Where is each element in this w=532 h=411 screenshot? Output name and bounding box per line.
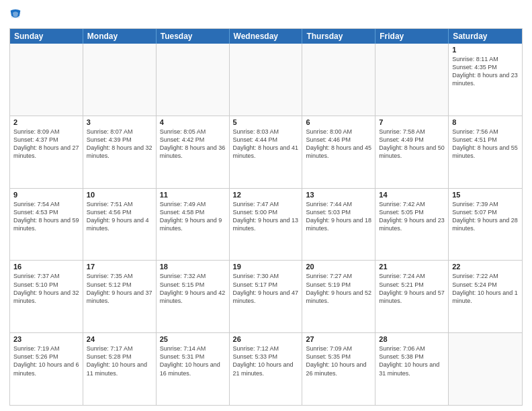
day-number: 15 (452, 191, 519, 199)
header (9, 8, 523, 23)
day-number: 26 (233, 335, 299, 343)
day-number: 11 (160, 191, 226, 199)
day-number: 5 (233, 118, 299, 126)
calendar-cell (375, 44, 449, 116)
calendar-cell (10, 44, 83, 116)
calendar-cell: 7Sunrise: 7:58 AM Sunset: 4:49 PM Daylig… (375, 116, 449, 188)
calendar-cell: 6Sunrise: 8:00 AM Sunset: 4:46 PM Daylig… (302, 116, 375, 188)
weekday-header-friday: Friday (375, 29, 449, 44)
day-info: Sunrise: 8:09 AM Sunset: 4:37 PM Dayligh… (13, 128, 79, 161)
calendar-cell (157, 44, 230, 116)
calendar-cell: 15Sunrise: 7:39 AM Sunset: 5:07 PM Dayli… (449, 189, 522, 261)
day-number: 9 (13, 191, 79, 199)
day-info: Sunrise: 8:03 AM Sunset: 4:44 PM Dayligh… (233, 128, 299, 161)
calendar-cell: 9Sunrise: 7:54 AM Sunset: 4:53 PM Daylig… (10, 189, 83, 261)
calendar-cell: 4Sunrise: 8:05 AM Sunset: 4:42 PM Daylig… (157, 116, 230, 188)
calendar-cell: 24Sunrise: 7:17 AM Sunset: 5:28 PM Dayli… (83, 333, 157, 405)
day-info: Sunrise: 7:51 AM Sunset: 4:56 PM Dayligh… (87, 200, 152, 233)
day-info: Sunrise: 7:39 AM Sunset: 5:07 PM Dayligh… (452, 200, 519, 233)
day-number: 28 (379, 335, 445, 343)
calendar-cell: 25Sunrise: 7:14 AM Sunset: 5:31 PM Dayli… (157, 333, 230, 405)
day-info: Sunrise: 7:09 AM Sunset: 5:35 PM Dayligh… (306, 345, 371, 377)
day-number: 3 (87, 118, 152, 126)
calendar-cell: 19Sunrise: 7:30 AM Sunset: 5:17 PM Dayli… (230, 261, 303, 332)
calendar-cell: 28Sunrise: 7:06 AM Sunset: 5:38 PM Dayli… (375, 333, 449, 405)
day-number: 4 (160, 118, 226, 126)
day-number: 16 (13, 263, 79, 271)
day-info: Sunrise: 7:35 AM Sunset: 5:12 PM Dayligh… (87, 272, 152, 305)
day-number: 10 (87, 191, 152, 199)
calendar-row-0: 1Sunrise: 8:11 AM Sunset: 4:35 PM Daylig… (10, 44, 522, 116)
calendar-cell: 12Sunrise: 7:47 AM Sunset: 5:00 PM Dayli… (230, 189, 303, 261)
calendar-cell: 18Sunrise: 7:32 AM Sunset: 5:15 PM Dayli… (157, 261, 230, 332)
calendar-cell: 3Sunrise: 8:07 AM Sunset: 4:39 PM Daylig… (83, 116, 157, 188)
day-number: 25 (160, 335, 226, 343)
calendar-cell: 16Sunrise: 7:37 AM Sunset: 5:10 PM Dayli… (10, 261, 83, 332)
day-number: 24 (87, 335, 152, 343)
day-info: Sunrise: 7:58 AM Sunset: 4:49 PM Dayligh… (379, 128, 445, 161)
calendar-cell: 5Sunrise: 8:03 AM Sunset: 4:44 PM Daylig… (230, 116, 303, 188)
weekday-header-thursday: Thursday (302, 29, 375, 44)
calendar-cell: 11Sunrise: 7:49 AM Sunset: 4:58 PM Dayli… (157, 189, 230, 261)
day-info: Sunrise: 8:07 AM Sunset: 4:39 PM Dayligh… (87, 128, 152, 161)
day-info: Sunrise: 7:47 AM Sunset: 5:00 PM Dayligh… (233, 200, 299, 233)
day-info: Sunrise: 7:27 AM Sunset: 5:19 PM Dayligh… (306, 272, 371, 305)
calendar-header: SundayMondayTuesdayWednesdayThursdayFrid… (10, 29, 522, 44)
logo-icon (9, 8, 21, 23)
day-number: 23 (13, 335, 79, 343)
day-info: Sunrise: 7:42 AM Sunset: 5:05 PM Dayligh… (379, 200, 445, 233)
day-info: Sunrise: 7:49 AM Sunset: 4:58 PM Dayligh… (160, 200, 226, 233)
day-number: 6 (306, 118, 371, 126)
day-info: Sunrise: 7:37 AM Sunset: 5:10 PM Dayligh… (13, 272, 79, 305)
day-info: Sunrise: 7:54 AM Sunset: 4:53 PM Dayligh… (13, 200, 79, 233)
weekday-header-monday: Monday (83, 29, 157, 44)
weekday-header-tuesday: Tuesday (157, 29, 230, 44)
calendar-cell: 20Sunrise: 7:27 AM Sunset: 5:19 PM Dayli… (302, 261, 375, 332)
logo (9, 8, 23, 23)
calendar-cell: 26Sunrise: 7:12 AM Sunset: 5:33 PM Dayli… (230, 333, 303, 405)
day-info: Sunrise: 7:32 AM Sunset: 5:15 PM Dayligh… (160, 272, 226, 305)
day-info: Sunrise: 7:44 AM Sunset: 5:03 PM Dayligh… (306, 200, 371, 233)
calendar-cell (449, 333, 522, 405)
calendar-cell (302, 44, 375, 116)
day-number: 19 (233, 263, 299, 271)
calendar-cell: 27Sunrise: 7:09 AM Sunset: 5:35 PM Dayli… (302, 333, 375, 405)
day-info: Sunrise: 7:30 AM Sunset: 5:17 PM Dayligh… (233, 272, 299, 305)
calendar-row-1: 2Sunrise: 8:09 AM Sunset: 4:37 PM Daylig… (10, 116, 522, 188)
day-info: Sunrise: 7:12 AM Sunset: 5:33 PM Dayligh… (233, 345, 299, 377)
calendar-row-3: 16Sunrise: 7:37 AM Sunset: 5:10 PM Dayli… (10, 260, 522, 332)
calendar-row-2: 9Sunrise: 7:54 AM Sunset: 4:53 PM Daylig… (10, 188, 522, 261)
day-info: Sunrise: 7:06 AM Sunset: 5:38 PM Dayligh… (379, 345, 445, 377)
day-info: Sunrise: 7:17 AM Sunset: 5:28 PM Dayligh… (87, 345, 152, 377)
calendar-cell: 21Sunrise: 7:24 AM Sunset: 5:21 PM Dayli… (375, 261, 449, 332)
day-info: Sunrise: 8:00 AM Sunset: 4:46 PM Dayligh… (306, 128, 371, 161)
day-info: Sunrise: 7:22 AM Sunset: 5:24 PM Dayligh… (452, 272, 519, 305)
calendar-cell: 10Sunrise: 7:51 AM Sunset: 4:56 PM Dayli… (83, 189, 157, 261)
day-info: Sunrise: 7:19 AM Sunset: 5:26 PM Dayligh… (13, 345, 79, 377)
day-info: Sunrise: 7:24 AM Sunset: 5:21 PM Dayligh… (379, 272, 445, 305)
day-info: Sunrise: 7:56 AM Sunset: 4:51 PM Dayligh… (452, 128, 519, 161)
day-number: 12 (233, 191, 299, 199)
day-number: 13 (306, 191, 371, 199)
day-number: 27 (306, 335, 371, 343)
day-number: 1 (452, 46, 519, 54)
calendar-cell: 23Sunrise: 7:19 AM Sunset: 5:26 PM Dayli… (10, 333, 83, 405)
day-number: 20 (306, 263, 371, 271)
calendar-body: 1Sunrise: 8:11 AM Sunset: 4:35 PM Daylig… (10, 44, 522, 405)
calendar-cell: 14Sunrise: 7:42 AM Sunset: 5:05 PM Dayli… (375, 189, 449, 261)
calendar-cell: 17Sunrise: 7:35 AM Sunset: 5:12 PM Dayli… (83, 261, 157, 332)
day-number: 8 (452, 118, 519, 126)
calendar: SundayMondayTuesdayWednesdayThursdayFrid… (9, 28, 523, 406)
calendar-cell (83, 44, 157, 116)
day-info: Sunrise: 8:11 AM Sunset: 4:35 PM Dayligh… (452, 55, 519, 88)
day-number: 14 (379, 191, 445, 199)
day-info: Sunrise: 7:14 AM Sunset: 5:31 PM Dayligh… (160, 345, 226, 377)
day-number: 18 (160, 263, 226, 271)
weekday-header-sunday: Sunday (10, 29, 83, 44)
calendar-cell: 2Sunrise: 8:09 AM Sunset: 4:37 PM Daylig… (10, 116, 83, 188)
calendar-cell: 8Sunrise: 7:56 AM Sunset: 4:51 PM Daylig… (449, 116, 522, 188)
day-info: Sunrise: 8:05 AM Sunset: 4:42 PM Dayligh… (160, 128, 226, 161)
page: SundayMondayTuesdayWednesdayThursdayFrid… (0, 0, 532, 411)
day-number: 7 (379, 118, 445, 126)
day-number: 2 (13, 118, 79, 126)
